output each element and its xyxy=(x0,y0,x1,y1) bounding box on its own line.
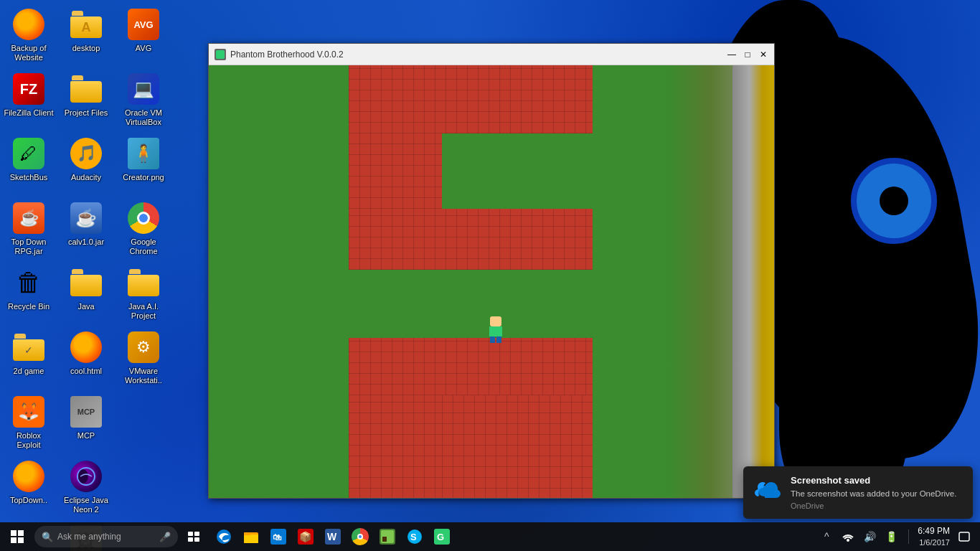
icon-label-2dgame: 2d game xyxy=(14,367,44,376)
desktop-icon-2dgame[interactable]: ✓ 2d game xyxy=(0,326,57,391)
brick-wall-top-lower xyxy=(349,209,593,270)
icon-label-audacity: Audacity xyxy=(71,173,101,182)
desktop-icon-vbox[interactable]: 💻 Oracle VM VirtualBox xyxy=(115,68,172,133)
window-controls: — □ ✕ xyxy=(725,47,771,62)
desktop-icon-coolhtml[interactable]: cool.html xyxy=(57,326,115,391)
brick-wall-bot-right xyxy=(442,395,593,499)
filezilla-icon: FZ xyxy=(13,73,44,105)
icon-label-creator: Creator.png xyxy=(123,173,164,182)
desktop-icon-desktop-folder[interactable]: A desktop xyxy=(57,4,115,68)
svg-point-1 xyxy=(78,469,88,484)
taskbar-skype[interactable]: S xyxy=(402,524,428,550)
game-canvas[interactable] xyxy=(209,65,775,499)
icon-label-vbox: Oracle VM VirtualBox xyxy=(125,108,162,127)
svg-rect-23 xyxy=(382,536,387,542)
svg-rect-30 xyxy=(959,532,969,541)
desktop-icon-filezilla[interactable]: FZ FileZilla Client xyxy=(0,68,57,133)
taskbar-word[interactable]: W xyxy=(320,524,346,550)
icon-label-desktop-folder: desktop xyxy=(72,44,100,53)
desktop-icon-mcp[interactable]: MCP MCP xyxy=(57,391,115,456)
icon-label-project-files: Project Files xyxy=(65,108,108,118)
desktop-icon-topdown[interactable]: ☕ Top Down RPG.jar xyxy=(0,197,57,262)
taskbar-explorer[interactable] xyxy=(238,524,264,550)
notification-content: Screenshot saved The screenshot was adde… xyxy=(791,475,963,510)
terrain-sand xyxy=(732,65,775,499)
tray-network-icon[interactable] xyxy=(839,528,857,545)
close-button[interactable]: ✕ xyxy=(756,47,771,62)
desktop-icon-backup-website[interactable]: Backup of Website xyxy=(0,4,57,68)
svg-rect-9 xyxy=(188,537,193,542)
taskbar-pinned-apps: 🛍 📦 W xyxy=(211,524,455,550)
icon-label-coolhtml: cool.html xyxy=(70,367,102,376)
tray-volume-icon[interactable]: 🔊 xyxy=(861,528,878,545)
desktop-icon-sketchbus[interactable]: 🖊 SketchBus xyxy=(0,133,57,197)
icon-label-recycle-bin: Recycle Bin xyxy=(8,302,50,311)
recycle-bin-icon: 🗑 xyxy=(16,268,42,298)
svg-rect-14 xyxy=(244,532,250,535)
desktop-icon-project-files[interactable]: Project Files xyxy=(57,68,115,133)
taskbar-green-app[interactable]: G xyxy=(429,524,455,550)
tray-chevron[interactable]: ^ xyxy=(818,528,835,545)
desktop-icon-recycle-bin[interactable]: 🗑 Recycle Bin xyxy=(0,262,57,326)
svg-rect-13 xyxy=(244,534,258,543)
taskbar-search[interactable]: 🔍 Ask me anything 🎤 xyxy=(34,526,178,547)
eclipse-icon xyxy=(70,461,102,492)
desktop-icon-avg[interactable]: AVG AVG xyxy=(115,4,172,68)
desktop-icon-eclipse[interactable]: Eclipse Java Neon 2 xyxy=(57,456,115,520)
task-view-button[interactable] xyxy=(182,524,207,550)
bg-circle xyxy=(851,158,937,244)
tray-notification-icon[interactable] xyxy=(956,528,973,545)
project-files-icon xyxy=(70,75,102,103)
java-ai-folder-icon xyxy=(128,269,159,296)
desktop-icon-audacity[interactable]: 🎵 Audacity xyxy=(57,133,115,197)
mcp-icon: MCP xyxy=(70,396,102,428)
svg-text:G: G xyxy=(437,532,444,542)
chrome-icon xyxy=(128,202,159,234)
onedrive-icon xyxy=(753,476,782,505)
taskbar-minecraft[interactable] xyxy=(374,524,400,550)
window-title: Phantom Brotherhood V.0.0.2 xyxy=(230,50,768,60)
avg-icon: AVG xyxy=(128,9,159,40)
svg-text:W: W xyxy=(327,531,337,542)
desktop-icon-roblox[interactable]: 🦊 Roblox Exploit xyxy=(0,391,57,456)
svg-rect-4 xyxy=(18,530,24,536)
maximize-button[interactable]: □ xyxy=(740,47,755,62)
desktop-icon-topdown2[interactable]: TopDown.. xyxy=(0,456,57,520)
brick-wall-bot-wide xyxy=(349,338,593,395)
desktop-icon-java[interactable]: Java xyxy=(57,262,115,326)
brick-wall-top-wide xyxy=(349,65,593,133)
calv-jar-icon: ☕ xyxy=(70,202,102,234)
taskbar-edge[interactable] xyxy=(211,524,237,550)
desktop-icon-creator[interactable]: 🧍 Creator.png xyxy=(115,133,172,197)
start-button[interactable] xyxy=(0,522,34,551)
notification-source: OneDrive xyxy=(791,501,963,510)
icon-label-avg: AVG xyxy=(136,44,151,53)
minimize-button[interactable]: — xyxy=(725,47,739,62)
notification-body: The screenshot was added to your OneDriv… xyxy=(791,488,963,499)
svg-rect-10 xyxy=(194,537,199,542)
game-window[interactable]: Phantom Brotherhood V.0.0.2 — □ ✕ xyxy=(208,43,775,499)
clock[interactable]: 6:49 PM 1/6/2017 xyxy=(918,526,950,547)
player-body xyxy=(489,326,502,336)
desktop-icon-calv[interactable]: ☕ calv1.0.jar xyxy=(57,197,115,262)
desktop-icon-vmware[interactable]: ⚙ VMware Workstati.. xyxy=(115,326,172,391)
coolhtml-icon xyxy=(70,331,102,363)
taskbar-store[interactable]: 🛍 xyxy=(265,524,291,550)
taskbar-winrar[interactable]: 📦 xyxy=(293,524,319,550)
folder-icon: ✓ xyxy=(13,334,44,361)
icon-label-topdown2: TopDown.. xyxy=(10,496,47,505)
clock-date: 1/6/2017 xyxy=(918,537,950,547)
taskbar-chrome[interactable] xyxy=(347,524,373,550)
icon-label-backup-website: Backup of Website xyxy=(4,44,54,62)
tray-power-icon[interactable]: 🔋 xyxy=(882,528,900,545)
desktop-icon-google-chrome[interactable]: Google Chrome xyxy=(115,197,172,262)
game-window-icon xyxy=(215,49,226,60)
desktop-icon-java-ai[interactable]: Java A.I. Project xyxy=(115,262,172,326)
taskbar-tray: ^ 🔊 🔋 6:49 PM 1/6/2017 xyxy=(811,526,980,547)
desktop: Backup of Website FZ FileZilla Client 🖊 … xyxy=(0,0,980,551)
icon-label-mcp: MCP xyxy=(77,431,95,441)
search-icon: 🔍 xyxy=(42,532,53,542)
icon-label-calv: calv1.0.jar xyxy=(68,237,104,247)
player-character xyxy=(489,316,503,342)
icon-label-filezilla: FileZilla Client xyxy=(4,108,53,118)
